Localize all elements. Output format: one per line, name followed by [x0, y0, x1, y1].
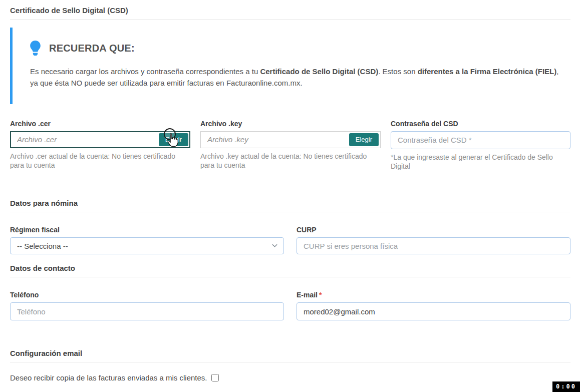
field-csd-password: Contraseña del CSD *La que ingresaste al… — [391, 120, 570, 172]
notice-text-bold-csd: Certificado de Sello Digital (CSD) — [260, 67, 378, 76]
notice-body: Es necesario cargar los archivos y contr… — [30, 66, 566, 89]
archivo-cer-label: Archivo .cer — [10, 120, 190, 128]
recording-timer: 0:00 — [552, 381, 580, 392]
archivo-key-input-group: Elegir — [200, 131, 381, 148]
title-divider — [10, 19, 570, 20]
notice-text-2: . Estos son — [378, 67, 417, 76]
copy-to-me-checkbox[interactable] — [211, 374, 219, 381]
archivo-key-elegir-button[interactable]: Elegir — [349, 133, 379, 146]
emailcfg-divider — [10, 362, 570, 362]
archivo-cer-elegir-button[interactable]: Elegir — [159, 133, 188, 146]
copy-to-me-row: Deseo recibir copia de las facturas envi… — [10, 373, 570, 382]
field-curp: CURP — [297, 226, 570, 254]
archivo-key-input[interactable] — [202, 133, 349, 146]
archivo-cer-input-group: Elegir — [10, 131, 190, 148]
contacto-divider — [10, 277, 570, 277]
regimen-fiscal-label: Régimen fiscal — [10, 226, 284, 234]
archivo-key-helper: Archivo .key actual de la cuenta: No tie… — [200, 152, 381, 171]
copy-to-me-label: Deseo recibir copia de las facturas envi… — [10, 373, 207, 382]
archivo-cer-helper: Archivo .cer actual de la cuenta: No tie… — [10, 152, 190, 171]
curp-label: CURP — [297, 226, 570, 234]
nomina-fields-row: Régimen fiscal -- Selecciona -- CURP — [10, 226, 570, 254]
field-telefono: Teléfono — [10, 291, 284, 320]
csd-settings-page: Certificado de Sello Digital (CSD) RECUE… — [0, 6, 580, 392]
required-asterisk: * — [319, 291, 322, 299]
notice-heading: RECUERDA QUE: — [49, 43, 135, 54]
notice-box: RECUERDA QUE: Es necesario cargar los ar… — [10, 28, 570, 104]
email-input[interactable] — [297, 302, 570, 320]
regimen-fiscal-select-wrap: -- Selecciona -- — [10, 237, 284, 254]
lightbulb-icon — [30, 41, 41, 56]
csd-password-input[interactable] — [391, 131, 570, 149]
notice-text-bold-fiel: diferentes a la Firma Electrónica (FIEL) — [418, 67, 557, 76]
telefono-label: Teléfono — [10, 291, 284, 299]
email-label-text: E-mail — [297, 291, 318, 299]
section-datos-contacto: Datos de contacto — [10, 264, 570, 272]
notice-text-1: Es necesario cargar los archivos y contr… — [30, 67, 260, 76]
csd-password-label: Contraseña del CSD — [391, 120, 570, 128]
contacto-fields-row: Teléfono E-mail* — [10, 291, 570, 320]
csd-fields-row: Archivo .cer Elegir Archivo .cer actual … — [10, 120, 570, 172]
regimen-fiscal-select[interactable]: -- Selecciona -- — [10, 237, 284, 254]
email-label: E-mail* — [297, 291, 570, 299]
archivo-cer-input[interactable] — [12, 133, 159, 146]
field-archivo-cer: Archivo .cer Elegir Archivo .cer actual … — [10, 120, 190, 172]
archivo-key-label: Archivo .key — [200, 120, 381, 128]
curp-input[interactable] — [297, 237, 570, 254]
csd-password-helper: *La que ingresaste al generar el Certifi… — [391, 153, 570, 172]
field-archivo-key: Archivo .key Elegir Archivo .key actual … — [200, 120, 381, 172]
nomina-divider — [10, 212, 570, 212]
notice-header: RECUERDA QUE: — [30, 41, 570, 56]
section-datos-nomina: Datos para nómina — [10, 199, 570, 207]
page-title: Certificado de Sello Digital (CSD) — [10, 6, 570, 15]
field-email: E-mail* — [297, 291, 570, 320]
field-regimen-fiscal: Régimen fiscal -- Selecciona -- — [10, 226, 284, 254]
section-configuracion-email: Configuración email — [10, 349, 570, 357]
telefono-input[interactable] — [10, 302, 284, 320]
